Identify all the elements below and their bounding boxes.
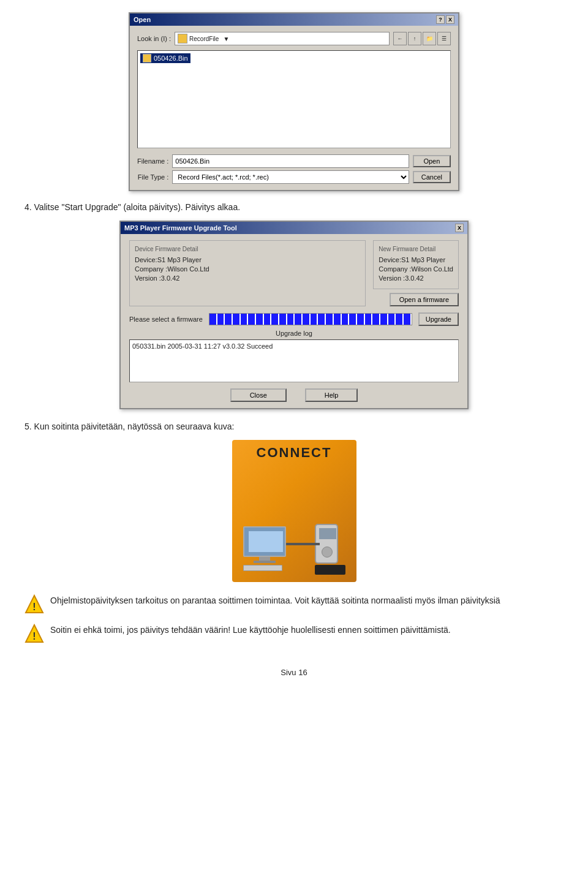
upgrade-footer: Close Help xyxy=(129,388,459,402)
nav-back-button[interactable]: ← xyxy=(393,32,407,45)
step5-text: 5. Kun soitinta päivitetään, näytössä on… xyxy=(24,422,564,431)
warning-icon-1: ! xyxy=(24,594,44,614)
filetype-select[interactable]: Record Files(*.act; *.rcd; *.rec) xyxy=(172,170,409,184)
page-number: Sivu 16 xyxy=(24,668,564,677)
new-folder-button[interactable]: 📁 xyxy=(423,32,436,45)
progress-segment xyxy=(209,314,216,325)
progress-segment xyxy=(318,314,325,325)
progress-segment xyxy=(388,314,395,325)
usb-cable xyxy=(286,543,320,545)
lookin-row: Look in (I) : RecordFile ▼ ← ↑ 📁 ☰ xyxy=(137,32,451,45)
progress-segment xyxy=(342,314,349,325)
progress-segment xyxy=(287,314,294,325)
help-button[interactable]: Help xyxy=(305,388,358,402)
open-button[interactable]: Open xyxy=(413,155,451,167)
upgrade-close-button[interactable]: X xyxy=(455,224,464,232)
warning-row-2: ! Soitin ei ehkä toimi, jos päivitys teh… xyxy=(24,624,564,643)
progress-bar xyxy=(209,313,412,325)
file-item-name: 050426.Bin xyxy=(154,55,188,62)
progress-segment xyxy=(225,314,232,325)
help-button[interactable]: ? xyxy=(436,15,445,24)
open-dialog-form: Filename : Open File Type : Record Files… xyxy=(137,154,451,184)
progress-segment xyxy=(256,314,263,325)
progress-segment xyxy=(326,314,333,325)
firmware-panels: Device Firmware Detail Device:S1 Mp3 Pla… xyxy=(129,240,459,306)
progress-segment xyxy=(217,314,224,325)
upgrade-dialog-body: Device Firmware Detail Device:S1 Mp3 Pla… xyxy=(121,234,467,408)
open-dialog-titlebar: Open ? X xyxy=(130,13,458,26)
connect-label: CONNECT xyxy=(232,445,356,461)
progress-segment xyxy=(233,314,239,325)
device-row-1: Company :Wilson Co.Ltd xyxy=(135,265,360,273)
log-entry: 050331.bin 2005-03-31 11:27 v3.0.32 Succ… xyxy=(132,342,273,350)
upgrade-button[interactable]: Upgrade xyxy=(418,312,459,326)
svg-text:!: ! xyxy=(32,602,36,612)
progress-segment xyxy=(311,314,317,325)
new-row-1: Company :Wilson Co.Ltd xyxy=(379,265,453,273)
toolbar-buttons: ← ↑ 📁 ☰ xyxy=(393,32,451,45)
upgrade-log-area: 050331.bin 2005-03-31 11:27 v3.0.32 Succ… xyxy=(129,339,459,382)
progress-segment xyxy=(349,314,356,325)
open-firmware-button[interactable]: Open a firmware xyxy=(390,293,459,306)
upgrade-dialog-controls[interactable]: X xyxy=(455,224,464,232)
close-button[interactable]: X xyxy=(446,15,454,24)
warning-text-2: Soitin ei ehkä toimi, jos päivitys tehdä… xyxy=(50,624,451,637)
new-panel-title: New Firmware Detail xyxy=(379,246,453,252)
upgrade-dialog-titlebar: MP3 Player Firmware Upgrade Tool X xyxy=(121,222,467,234)
filetype-label: File Type : xyxy=(137,173,168,181)
open-dialog-title: Open xyxy=(134,16,151,23)
svg-text:!: ! xyxy=(32,631,36,641)
file-icon xyxy=(143,54,151,62)
firmware-select-row: Please select a firmware Upgrade xyxy=(129,312,459,326)
open-dialog-controls[interactable]: ? X xyxy=(436,15,454,24)
progress-segment xyxy=(357,314,364,325)
warning-text-1: Ohjelmistopäivityksen tarkoitus on paran… xyxy=(50,594,500,607)
file-item[interactable]: 050426.Bin xyxy=(140,53,190,63)
cancel-button[interactable]: Cancel xyxy=(413,171,451,183)
new-firmware-panel: New Firmware Detail Device:S1 Mp3 Player… xyxy=(373,240,459,289)
progress-segment xyxy=(303,314,309,325)
warning-icon-2: ! xyxy=(24,624,44,643)
upgrade-dialog-title: MP3 Player Firmware Upgrade Tool xyxy=(124,224,237,232)
progress-segment xyxy=(271,314,278,325)
please-select-label: Please select a firmware xyxy=(129,316,203,323)
chevron-down-icon: ▼ xyxy=(223,36,229,42)
open-file-dialog: Open ? X Look in (I) : RecordFile ▼ ← ↑ … xyxy=(129,12,459,191)
connect-image: CONNECT xyxy=(232,440,356,582)
file-browser-area: 050426.Bin xyxy=(137,50,451,148)
progress-segment xyxy=(372,314,379,325)
progress-segment xyxy=(380,314,387,325)
progress-segment xyxy=(334,314,341,325)
progress-segment xyxy=(241,314,247,325)
progress-segment xyxy=(295,314,301,325)
new-firmware-section: New Firmware Detail Device:S1 Mp3 Player… xyxy=(373,240,459,306)
view-menu-button[interactable]: ☰ xyxy=(437,32,451,45)
progress-segment xyxy=(248,314,255,325)
progress-segment xyxy=(279,314,286,325)
computer-left xyxy=(243,526,286,571)
progress-segment xyxy=(365,314,372,325)
upgrade-dialog: MP3 Player Firmware Upgrade Tool X Devic… xyxy=(119,221,469,409)
new-row-0: Device:S1 Mp3 Player xyxy=(379,256,453,263)
lookin-select[interactable]: RecordFile ▼ xyxy=(175,32,390,45)
upgrade-log-label: Upgrade log xyxy=(129,330,459,337)
lookin-label: Look in (I) : xyxy=(137,35,171,42)
folder-icon xyxy=(178,34,187,44)
device-panel-title: Device Firmware Detail xyxy=(135,246,360,252)
warning-row-1: ! Ohjelmistopäivityksen tarkoitus on par… xyxy=(24,594,564,614)
black-device xyxy=(315,565,345,575)
step4-text: 4. Valitse "Start Upgrade" (aloita päivi… xyxy=(24,202,564,212)
new-row-2: Version :3.0.42 xyxy=(379,274,453,282)
device-firmware-panel: Device Firmware Detail Device:S1 Mp3 Pla… xyxy=(129,240,366,306)
progress-segment xyxy=(264,314,271,325)
device-row-2: Version :3.0.42 xyxy=(135,274,360,282)
open-dialog-body: Look in (I) : RecordFile ▼ ← ↑ 📁 ☰ 05042… xyxy=(130,26,458,190)
lookin-value: RecordFile xyxy=(189,36,219,42)
close-button[interactable]: Close xyxy=(230,388,287,402)
device-row-0: Device:S1 Mp3 Player xyxy=(135,256,360,263)
nav-up-button[interactable]: ↑ xyxy=(408,32,421,45)
filename-label: Filename : xyxy=(137,157,168,165)
progress-segment xyxy=(404,314,410,325)
filename-input[interactable] xyxy=(172,154,409,168)
progress-segment xyxy=(396,314,402,325)
